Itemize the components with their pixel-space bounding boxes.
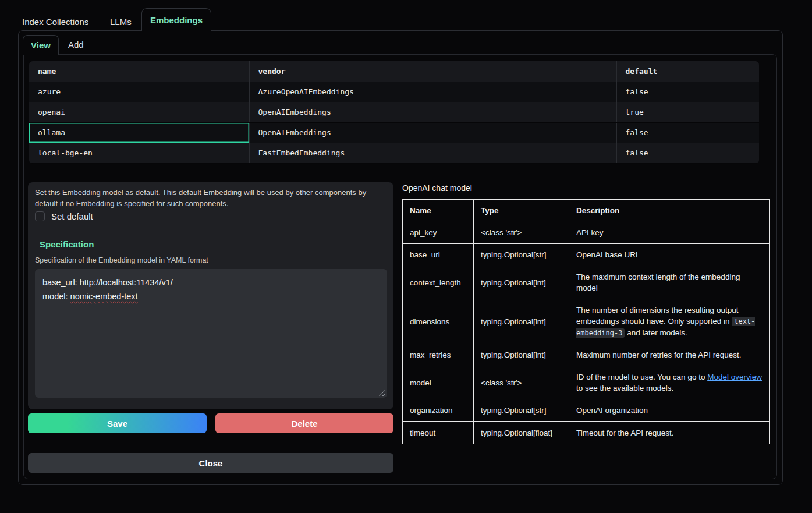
param-row-api-key: api_key <class 'str'> API key <box>403 221 770 244</box>
tab-embeddings[interactable]: Embeddings <box>141 8 211 31</box>
model-overview-link[interactable]: Model overview <box>707 373 762 381</box>
column-header-vendor: vendor <box>249 61 616 82</box>
param-name: model <box>403 366 474 399</box>
set-default-help-text: Set this Embedding model as default. Thi… <box>35 187 385 209</box>
param-description: OpenAI organization <box>569 399 770 422</box>
specification-heading: Specification <box>40 239 94 249</box>
cell-vendor[interactable]: FastEmbedEmbeddings <box>249 143 616 163</box>
tab-view-label: View <box>31 40 51 50</box>
param-type: typing.Optional[int] <box>474 266 569 299</box>
api-params-table: Name Type Description api_key <class 'st… <box>402 199 770 444</box>
delete-button[interactable]: Delete <box>215 413 393 433</box>
param-description: The maximum context length of the embedd… <box>569 266 770 299</box>
set-default-checkbox[interactable] <box>35 211 45 221</box>
param-type: typing.Optional[str] <box>474 399 569 422</box>
param-row-dimensions: dimensions typing.Optional[int] The numb… <box>403 299 770 344</box>
param-description: Timeout for the API request. <box>569 422 770 444</box>
param-name: organization <box>403 399 474 422</box>
param-type: typing.Optional[int] <box>474 299 569 344</box>
param-row-model: model <class 'str'> ID of the model to u… <box>403 366 770 399</box>
param-row-max-retries: max_retries typing.Optional[int] Maximum… <box>403 344 770 366</box>
param-type: typing.Optional[float] <box>474 422 569 444</box>
tab-view[interactable]: View <box>23 35 59 55</box>
table-row-azure[interactable]: azure AzureOpenAIEmbeddings false <box>29 82 759 102</box>
cell-vendor[interactable]: OpenAIEmbeddings <box>249 122 616 143</box>
api-table-header: Name Type Description <box>403 200 770 221</box>
cell-default[interactable]: true <box>616 102 759 122</box>
column-header-param-description: Description <box>569 200 770 221</box>
param-row-context-length: context_length typing.Optional[int] The … <box>403 266 770 299</box>
cell-name-selected[interactable]: ollama <box>29 122 249 143</box>
param-name: timeout <box>403 422 474 444</box>
tab-embeddings-label: Embeddings <box>150 15 203 25</box>
param-description: API key <box>569 221 770 244</box>
param-row-organization: organization typing.Optional[str] OpenAI… <box>403 399 770 422</box>
tab-index-collections[interactable]: Index Collections <box>22 17 88 27</box>
param-name: max_retries <box>403 344 474 366</box>
column-header-name: name <box>29 61 249 82</box>
column-header-default: default <box>616 61 759 82</box>
cell-name[interactable]: local-bge-en <box>29 143 249 163</box>
app-root: Index Collections LLMs Embeddings View A… <box>0 0 812 513</box>
tab-llms[interactable]: LLMs <box>110 17 132 27</box>
api-panel-title: OpenAI chat model <box>402 183 472 193</box>
yaml-line-2: model: nomic-embed-text <box>42 289 380 303</box>
embedding-detail-form: Set this Embedding model as default. Thi… <box>28 182 393 409</box>
column-header-param-name: Name <box>403 200 474 221</box>
param-row-base-url: base_url typing.Optional[str] OpenAI bas… <box>403 244 770 266</box>
yaml-line-1: base_url: http://localhost:11434/v1/ <box>42 275 380 289</box>
param-name: api_key <box>403 221 474 244</box>
specification-help-text: Specification of the Embedding model in … <box>35 256 208 264</box>
cell-default[interactable]: false <box>616 143 759 163</box>
cell-vendor[interactable]: OpenAIEmbeddings <box>249 102 616 122</box>
param-type: <class 'str'> <box>474 366 569 399</box>
embeddings-table: name vendor default azure AzureOpenAIEmb… <box>29 61 759 164</box>
param-type: typing.Optional[str] <box>474 244 569 266</box>
cell-name[interactable]: openai <box>29 102 249 122</box>
param-name: context_length <box>403 266 474 299</box>
param-type: <class 'str'> <box>474 221 569 244</box>
set-default-row[interactable]: Set default <box>35 211 93 221</box>
param-name: base_url <box>403 244 474 266</box>
embeddings-table-header: name vendor default <box>29 61 759 82</box>
cell-default[interactable]: false <box>616 122 759 143</box>
yaml-model-value: nomic-embed-text <box>70 292 138 301</box>
param-name: dimensions <box>403 299 474 344</box>
param-row-timeout: timeout typing.Optional[float] Timeout f… <box>403 422 770 444</box>
column-header-param-type: Type <box>474 200 569 221</box>
close-button[interactable]: Close <box>28 453 393 473</box>
cell-default[interactable]: false <box>616 82 759 102</box>
table-row-ollama[interactable]: ollama OpenAIEmbeddings false <box>29 122 759 143</box>
textarea-resize-handle[interactable] <box>379 390 385 396</box>
param-type: typing.Optional[int] <box>474 344 569 366</box>
param-description: OpenAI base URL <box>569 244 770 266</box>
cell-name[interactable]: azure <box>29 82 249 102</box>
table-row-openai[interactable]: openai OpenAIEmbeddings true <box>29 102 759 122</box>
param-description: The number of dimensions the resulting o… <box>569 299 770 344</box>
param-description: Maximum number of retries for the API re… <box>569 344 770 366</box>
yaml-spec-textarea[interactable]: base_url: http://localhost:11434/v1/ mod… <box>35 269 387 398</box>
save-button[interactable]: Save <box>28 413 207 433</box>
set-default-label: Set default <box>51 211 93 221</box>
cell-vendor[interactable]: AzureOpenAIEmbeddings <box>249 82 616 102</box>
tab-add[interactable]: Add <box>68 40 84 49</box>
param-description: ID of the model to use. You can go to Mo… <box>569 366 770 399</box>
table-row-local-bge-en[interactable]: local-bge-en FastEmbedEmbeddings false <box>29 143 759 163</box>
